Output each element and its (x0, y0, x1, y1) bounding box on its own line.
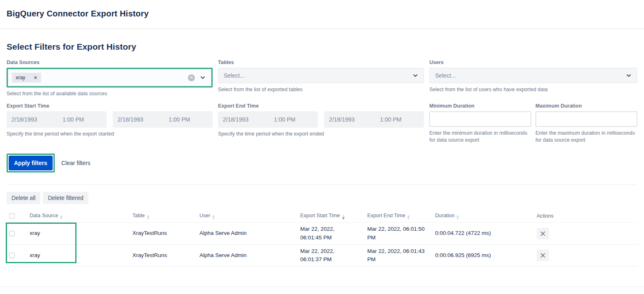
column-header-export-end[interactable]: Export End Time (362, 209, 430, 223)
sort-icon (147, 215, 149, 219)
field-max-duration: Maximum Duration Enter the maximum durat… (535, 103, 637, 143)
cell-actions (532, 244, 637, 266)
delete-row-button[interactable] (537, 228, 549, 239)
close-icon (540, 253, 546, 258)
column-label: Export Start Time (300, 213, 340, 218)
users-select[interactable]: Select... (429, 68, 637, 83)
export-start-label: Export Start Time (7, 103, 213, 109)
table-header-row: Data Source Table User Export Start Time… (7, 209, 637, 223)
export-end-helper: Specify the time period when the export … (218, 131, 424, 137)
clear-select-icon[interactable]: ✕ (188, 74, 195, 81)
max-duration-input[interactable] (535, 111, 637, 127)
export-end-from-picker[interactable]: 2/18/1993 1:00 PM (218, 111, 318, 128)
min-duration-input[interactable] (429, 111, 531, 127)
column-header-duration[interactable]: Duration (430, 209, 532, 223)
cell-user: Alpha Serve Admin (195, 244, 295, 266)
tag-label: xray (16, 75, 25, 80)
max-duration-label: Maximum Duration (535, 103, 637, 109)
cell-export-end: Mar 22, 2022, 06:01:43 PM (362, 244, 430, 266)
export-end-to-picker[interactable]: 2/18/1993 1:00 PM (324, 111, 424, 128)
export-start-helper: Specify the time period when the export … (7, 131, 213, 137)
filter-buttons-row: Apply filters Clear filters (7, 154, 637, 172)
row-select-cell (7, 244, 25, 266)
clear-filters-button[interactable]: Clear filters (61, 160, 90, 166)
sort-icon (212, 215, 215, 219)
users-placeholder: Select... (435, 72, 626, 79)
filters-grid: Data Sources xray ✕ ✕ Select from the li… (7, 60, 637, 143)
column-label: Duration (435, 213, 454, 218)
cell-data-source: xray (25, 223, 127, 245)
bottom-divider (0, 287, 644, 287)
data-sources-label: Data Sources (7, 60, 213, 65)
tables-label: Tables (218, 60, 424, 65)
export-history-table: Data Source Table User Export Start Time… (7, 209, 637, 267)
field-min-duration: Minimum Duration Enter the minimum durat… (429, 103, 531, 143)
column-header-actions: Actions (532, 209, 637, 223)
remove-tag-icon[interactable]: ✕ (34, 76, 37, 80)
min-duration-helper: Enter the minimum duration in millisecon… (429, 130, 531, 143)
cell-table: XrayTestRuns (127, 223, 195, 245)
apply-filters-button[interactable]: Apply filters (9, 156, 53, 170)
cell-table: XrayTestRuns (127, 244, 195, 266)
tables-select[interactable]: Select... (218, 68, 424, 83)
export-start-to-picker[interactable]: 2/18/1993 1:00 PM (113, 111, 213, 128)
export-history-table-wrap: Data Source Table User Export Start Time… (7, 209, 637, 267)
column-label: Table (132, 213, 145, 218)
field-export-start-time: Export Start Time 2/18/1993 1:00 PM 2/18… (7, 103, 213, 143)
table-row: xray XrayTestRuns Alpha Serve Admin Mar … (7, 244, 637, 266)
date-value: 2/18/1993 (12, 116, 63, 123)
section-divider (7, 184, 637, 185)
cell-duration: 0:00:04.722 (4722 ms) (430, 223, 532, 245)
sort-icon (407, 215, 410, 219)
time-value: 1:00 PM (169, 116, 190, 123)
column-header-table[interactable]: Table (127, 209, 195, 223)
column-header-data-source[interactable]: Data Source (25, 209, 127, 223)
page-title: BigQuery Connector Export History (7, 9, 637, 18)
users-helper: Select from the list of users who have e… (429, 86, 637, 93)
min-duration-label: Minimum Duration (429, 103, 531, 109)
filters-section-heading: Select Filters for Export History (7, 42, 637, 52)
date-value: 2/18/1993 (329, 116, 380, 123)
row-select-cell (7, 223, 25, 245)
annotation-highlight-data-sources: xray ✕ ✕ (7, 68, 213, 87)
chevron-down-icon[interactable] (200, 75, 206, 80)
select-all-cell (7, 209, 25, 223)
table-row: xray XrayTestRuns Alpha Serve Admin Mar … (7, 223, 637, 245)
selected-tag-xray: xray ✕ (12, 73, 41, 83)
cell-duration: 0:00:06.925 (6925 ms) (430, 244, 532, 266)
delete-filtered-button[interactable]: Delete filtered (43, 192, 88, 204)
time-value: 1:00 PM (63, 116, 84, 123)
chevron-down-icon (412, 73, 418, 78)
delete-all-button[interactable]: Delete all (7, 192, 40, 204)
time-value: 1:00 PM (380, 116, 401, 123)
bulk-actions-row: Delete all Delete filtered (7, 192, 637, 204)
field-export-end-time: Export End Time 2/18/1993 1:00 PM 2/18/1… (218, 103, 424, 143)
main-content: Select Filters for Export History Data S… (0, 42, 644, 266)
sort-icon (60, 215, 63, 219)
column-label: Export End Time (367, 213, 405, 218)
tables-placeholder: Select... (224, 72, 412, 79)
cell-export-end: Mar 22, 2022, 06:01:50 PM (362, 223, 430, 245)
delete-row-button[interactable] (537, 250, 549, 261)
export-start-range: 2/18/1993 1:00 PM 2/18/1993 1:00 PM (7, 111, 213, 128)
row-checkbox[interactable] (9, 253, 15, 258)
max-duration-helper: Enter the maximum duration in millisecon… (535, 130, 637, 143)
export-start-from-picker[interactable]: 2/18/1993 1:00 PM (7, 111, 107, 128)
chevron-down-icon (626, 73, 632, 78)
column-header-export-start[interactable]: Export Start Time (295, 209, 362, 223)
cell-export-start: Mar 22, 2022, 06:01:45 PM (295, 223, 362, 245)
date-value: 2/18/1993 (223, 116, 274, 123)
row-checkbox[interactable] (9, 231, 15, 237)
data-sources-helper: Select from the list of available data s… (7, 90, 213, 97)
cell-user: Alpha Serve Admin (195, 223, 295, 245)
annotation-highlight-apply: Apply filters (7, 154, 55, 172)
time-value: 1:00 PM (274, 116, 295, 123)
field-data-sources: Data Sources xray ✕ ✕ Select from the li… (7, 60, 213, 97)
column-header-user[interactable]: User (195, 209, 295, 223)
page-header: BigQuery Connector Export History (0, 0, 644, 18)
cell-export-start: Mar 22, 2022, 06:01:37 PM (295, 244, 362, 266)
data-sources-select[interactable]: xray ✕ ✕ (8, 69, 211, 86)
field-duration-range: Minimum Duration Enter the minimum durat… (429, 103, 637, 143)
select-all-checkbox[interactable] (9, 213, 15, 219)
field-tables: Tables Select... Select from the list of… (218, 60, 424, 97)
